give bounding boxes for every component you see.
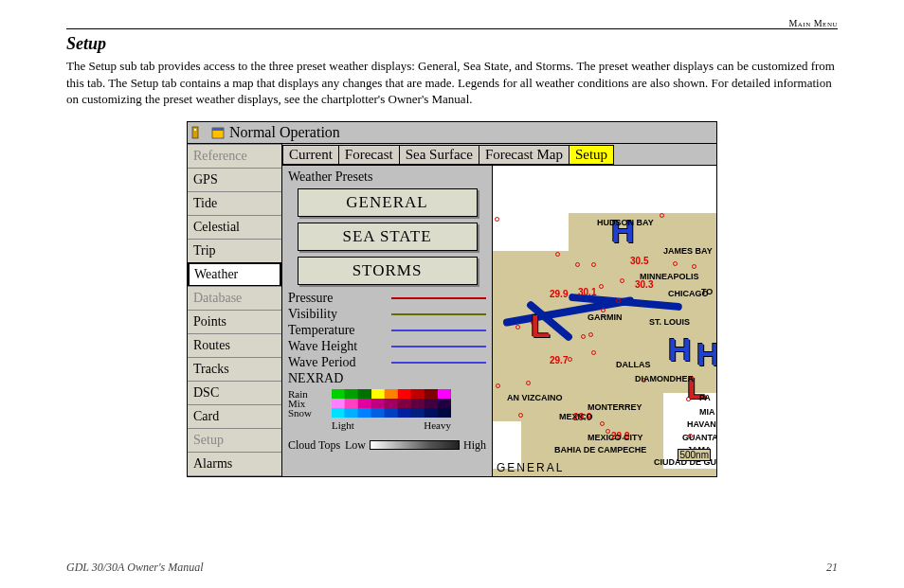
weather-icon xyxy=(191,125,207,140)
pressure-high-symbol: H xyxy=(668,331,692,368)
tab-setup[interactable]: Setup xyxy=(569,145,614,165)
nav-tracks[interactable]: Tracks xyxy=(188,357,281,382)
nav-trip[interactable]: Trip xyxy=(188,239,281,263)
device-title: Normal Operation xyxy=(229,124,340,141)
nav-reference: Reference xyxy=(188,144,281,169)
page-header-label: Main Menu xyxy=(66,18,838,28)
cloud-gradient xyxy=(370,440,460,450)
map-title: GENERAL xyxy=(497,461,564,474)
nav-database: Database xyxy=(188,286,281,311)
tab-forecast[interactable]: Forecast xyxy=(338,145,400,165)
legend-pressure: Pressure xyxy=(284,291,490,307)
nav-celestial[interactable]: Celestial xyxy=(188,215,281,240)
tab-sea-surface[interactable]: Sea Surface xyxy=(399,145,479,165)
nav-dsc[interactable]: DSC xyxy=(188,381,281,405)
nav-points[interactable]: Points xyxy=(188,310,281,334)
pressure-low-symbol: L xyxy=(531,308,551,345)
legend-nexrad: NEXRAD xyxy=(284,371,490,387)
device-screenshot: Normal Operation ReferenceGPSTideCelesti… xyxy=(187,121,717,477)
presets-panel: Weather Presets GENERALSEA STATESTORMS P… xyxy=(282,166,493,476)
svg-rect-3 xyxy=(212,128,224,131)
cloud-low: Low xyxy=(345,438,366,453)
nav-tide[interactable]: Tide xyxy=(188,191,281,216)
nav-weather[interactable]: Weather xyxy=(188,262,281,287)
legend-visibility: Visibility xyxy=(284,307,490,323)
map-preview: HLHHL30.530.329.930.129.729.929.9HUDSON … xyxy=(493,166,716,476)
preset-storms[interactable]: STORMS xyxy=(298,257,478,285)
presets-label: Weather Presets xyxy=(284,168,490,187)
svg-rect-1 xyxy=(194,129,196,131)
device-titlebar: Normal Operation xyxy=(188,122,716,144)
section-body: The Setup sub tab provides access to the… xyxy=(66,58,838,108)
tab-forecast-map[interactable]: Forecast Map xyxy=(479,145,570,165)
calendar-icon xyxy=(210,125,226,140)
legend-wave-period: Wave Period xyxy=(284,355,490,371)
nav-card[interactable]: Card xyxy=(188,404,281,429)
nav-setup: Setup xyxy=(188,428,281,453)
left-nav: ReferenceGPSTideCelestialTripWeatherData… xyxy=(188,144,282,476)
cloud-high: High xyxy=(463,438,486,453)
preset-general[interactable]: GENERAL xyxy=(298,188,478,217)
footer-manual: GDL 30/30A Owner's Manual xyxy=(66,561,203,575)
section-heading: Setup xyxy=(66,34,838,54)
preset-sea-state[interactable]: SEA STATE xyxy=(298,223,478,251)
svg-rect-0 xyxy=(192,127,198,138)
footer-page: 21 xyxy=(826,561,838,575)
nav-routes[interactable]: Routes xyxy=(188,333,281,358)
tab-current[interactable]: Current xyxy=(282,145,339,165)
pressure-high-symbol: H xyxy=(696,336,716,373)
tab-strip: CurrentForecastSea SurfaceForecast MapSe… xyxy=(282,144,716,165)
nav-alarms[interactable]: Alarms xyxy=(188,452,281,476)
legend-temperature: Temperature xyxy=(284,323,490,339)
legend-wave-height: Wave Height xyxy=(284,339,490,355)
cloud-label: Cloud Tops xyxy=(288,438,345,453)
map-scale: 500nm xyxy=(678,449,711,461)
nav-gps[interactable]: GPS xyxy=(188,168,281,192)
